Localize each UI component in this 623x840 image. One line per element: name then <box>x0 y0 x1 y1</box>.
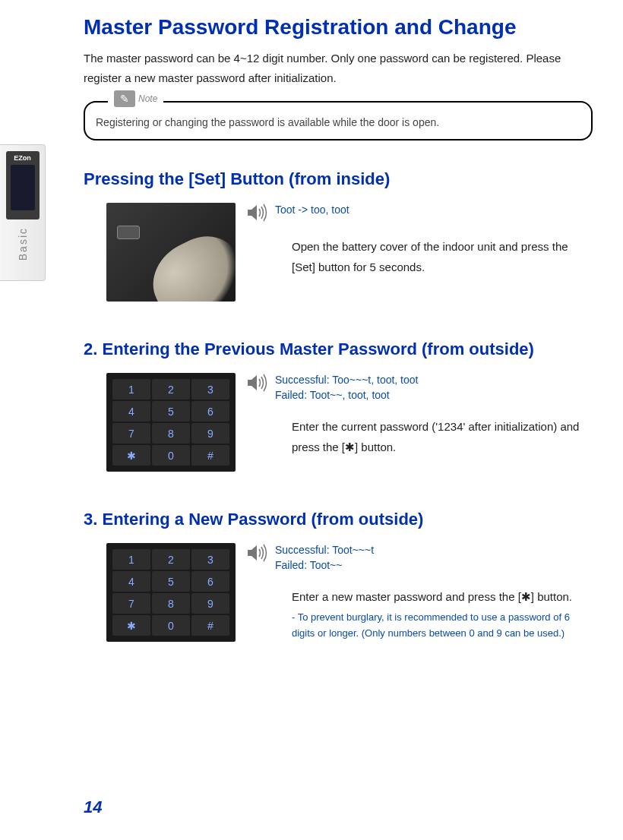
keypad-key: 9 <box>191 423 229 444</box>
note-text: Registering or changing the password is … <box>96 116 439 128</box>
svg-rect-2 <box>248 380 251 386</box>
step-3-keypad-image: 1 2 3 4 5 6 7 8 9 ✱ 0 # <box>106 543 236 642</box>
step-3-tip: - To prevent burglary, it is recommended… <box>246 610 593 642</box>
step-1-image <box>106 203 236 302</box>
step-2-sound-failed: Failed: Toot~~, toot, toot <box>275 388 418 403</box>
keypad-key: 8 <box>152 593 190 614</box>
step-2-sound-row: Successful: Too~~~t, toot, toot Failed: … <box>246 373 593 403</box>
step-1-block: Toot -> too, toot Open the battery cover… <box>106 203 593 302</box>
step-3-sound-success: Successful: Toot~~~t <box>275 543 374 558</box>
step-2-keypad-image: 1 2 3 4 5 6 7 8 9 ✱ 0 # <box>106 373 236 472</box>
step-3-instruction: Enter a new master password and press th… <box>246 586 593 607</box>
keypad-key: 1 <box>112 379 150 399</box>
section-1-title: Pressing the [Set] Button (from inside) <box>84 169 593 189</box>
step-1-sound-text: Toot -> too, toot <box>275 203 349 218</box>
section-3-title: 3. Entering a New Password (from outside… <box>84 510 593 529</box>
side-tab: EZon Basic <box>0 144 46 281</box>
keypad-key: 3 <box>191 379 229 399</box>
step-3-sound-row: Successful: Toot~~~t Failed: Toot~~ <box>246 543 593 573</box>
keypad-key: ✱ <box>112 445 150 466</box>
keypad-key: 0 <box>152 445 190 466</box>
keypad-key: 4 <box>112 571 150 592</box>
product-thumbnail-screen <box>11 165 35 210</box>
keypad-key: 0 <box>152 615 190 636</box>
speaker-icon <box>246 543 269 563</box>
speaker-icon <box>246 203 269 223</box>
step-1-content: Toot -> too, toot Open the battery cover… <box>246 203 593 302</box>
keypad-key: 1 <box>112 549 150 570</box>
note-badge: ✎ Note <box>108 90 163 107</box>
keypad-key: 7 <box>112 423 150 444</box>
step-2-content: Successful: Too~~~t, toot, toot Failed: … <box>246 373 593 472</box>
page-title: Master Password Registration and Change <box>84 15 593 39</box>
step-2-instruction: Enter the current password ('1234' after… <box>246 416 593 457</box>
svg-rect-4 <box>248 550 251 556</box>
step-3-sound-failed: Failed: Toot~~ <box>275 558 374 573</box>
speaker-icon <box>246 373 269 393</box>
keypad-key: 5 <box>152 571 190 592</box>
svg-marker-5 <box>251 545 257 561</box>
keypad-key: 9 <box>191 593 229 614</box>
product-logo-text: EZon <box>14 154 31 162</box>
keypad-key: 4 <box>112 401 150 422</box>
step-2-sound-success: Successful: Too~~~t, toot, toot <box>275 373 418 388</box>
pencil-icon: ✎ <box>114 90 135 107</box>
keypad-key: ✱ <box>112 615 150 636</box>
keypad-key: 5 <box>152 401 190 422</box>
step-2-sound-text: Successful: Too~~~t, toot, toot Failed: … <box>275 373 418 403</box>
keypad-key: # <box>191 445 229 466</box>
keypad-key: 3 <box>191 549 229 570</box>
section-2-title: 2. Entering the Previous Master Password… <box>84 339 593 359</box>
svg-marker-3 <box>251 375 257 390</box>
side-tab-label: Basic <box>17 227 29 261</box>
keypad-key: 6 <box>191 571 229 592</box>
step-3-sound-text: Successful: Toot~~~t Failed: Toot~~ <box>275 543 374 573</box>
keypad-key: 2 <box>152 549 190 570</box>
step-3-block: 1 2 3 4 5 6 7 8 9 ✱ 0 # Successful: Toot… <box>106 543 593 642</box>
keypad-key: 2 <box>152 379 190 399</box>
product-thumbnail: EZon <box>6 151 40 219</box>
note-box: ✎ Note Registering or changing the passw… <box>84 101 593 141</box>
intro-paragraph: The master password can be 4~12 digit nu… <box>84 49 593 87</box>
step-1-sound-row: Toot -> too, toot <box>246 203 593 223</box>
note-label: Note <box>138 93 157 104</box>
svg-rect-0 <box>248 210 251 216</box>
keypad-key: # <box>191 615 229 636</box>
step-3-content: Successful: Toot~~~t Failed: Toot~~ Ente… <box>246 543 593 642</box>
page-number: 14 <box>84 797 102 817</box>
step-1-instruction: Open the battery cover of the indoor uni… <box>246 236 593 277</box>
step-2-block: 1 2 3 4 5 6 7 8 9 ✱ 0 # Successful: Too~… <box>106 373 593 472</box>
svg-marker-1 <box>251 205 257 220</box>
keypad-key: 6 <box>191 401 229 422</box>
keypad-key: 8 <box>152 423 190 444</box>
keypad-key: 7 <box>112 593 150 614</box>
